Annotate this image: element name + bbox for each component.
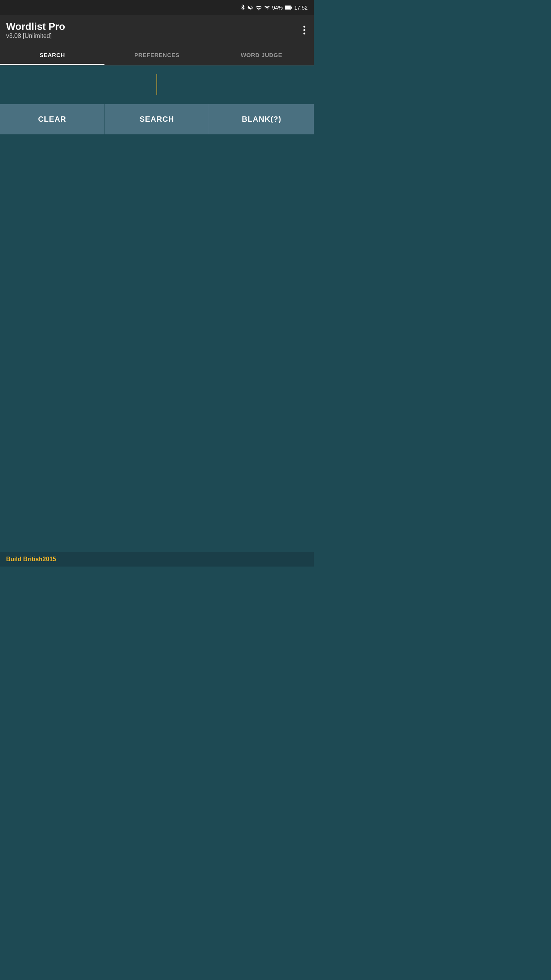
tab-search[interactable]: SEARCH (0, 45, 104, 65)
tab-word-judge[interactable]: WORD JUDGE (209, 45, 314, 65)
mute-icon (247, 5, 253, 11)
search-input-area[interactable] (0, 65, 314, 104)
svg-rect-1 (291, 7, 292, 9)
action-buttons-row: CLEAR SEARCH BLANK(?) (0, 104, 314, 134)
overflow-menu-button[interactable] (301, 23, 308, 37)
wifi-icon (255, 5, 262, 10)
app-bar: Wordlist Pro v3.08 [Unlimited] (0, 15, 314, 45)
footer: Build British2015 (0, 552, 314, 567)
build-info: Build British2015 (6, 556, 56, 562)
search-button[interactable]: SEARCH (105, 104, 210, 134)
app-subtitle: v3.08 [Unlimited] (6, 33, 65, 39)
battery-level: 94% (272, 5, 283, 11)
bluetooth-icon (240, 4, 245, 11)
app-title: Wordlist Pro (6, 21, 65, 33)
main-content-area (0, 134, 314, 567)
clear-button[interactable]: CLEAR (0, 104, 105, 134)
blank-button[interactable]: BLANK(?) (209, 104, 314, 134)
text-cursor (156, 74, 157, 95)
tab-preferences[interactable]: PREFERENCES (104, 45, 209, 65)
status-bar: 94% 17:52 (0, 0, 314, 15)
app-title-container: Wordlist Pro v3.08 [Unlimited] (6, 21, 65, 39)
signal-icon (264, 5, 270, 11)
status-icons: 94% 17:52 (240, 4, 308, 11)
tab-bar: SEARCH PREFERENCES WORD JUDGE (0, 45, 314, 65)
battery-icon (285, 5, 292, 10)
svg-rect-2 (285, 6, 291, 9)
time-display: 17:52 (294, 5, 308, 11)
